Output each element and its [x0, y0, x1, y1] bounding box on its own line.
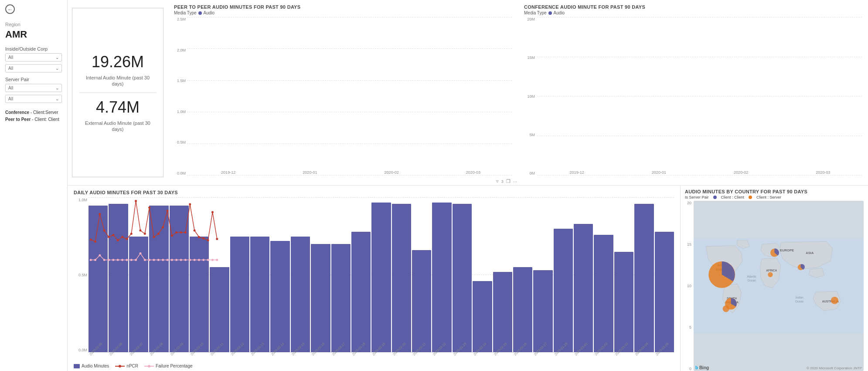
- expand-icon[interactable]: ❐: [506, 179, 511, 184]
- back-button[interactable]: ←: [5, 4, 62, 14]
- daily-y-axis: 0.0M 0.5M 1.0M: [74, 198, 89, 352]
- daily-bar-20: [493, 272, 512, 352]
- legend-npcr: nPCR: [115, 364, 138, 368]
- p2p-legend-label: Audio: [204, 10, 215, 15]
- map-y-axis: 0 5 10 15 20: [685, 201, 694, 371]
- sidebar: ← Region AMR Inside/Outside Corp All ⌄ A…: [0, 0, 68, 371]
- svg-text:Atlantic: Atlantic: [747, 275, 756, 278]
- daily-bar-2: [129, 237, 148, 353]
- map-server-legend: Is Server Pair Client : Client Client : …: [685, 195, 864, 199]
- filter1-chevron: ⌄: [55, 55, 59, 60]
- daily-x-labels: 2020-02-052020-02-062020-02-072020-02-08…: [89, 352, 674, 362]
- daily-bar-14: [371, 203, 391, 352]
- p2p-chart-subtitle: Media Type Audio: [174, 10, 512, 15]
- conf-bar-chart: 0M 5M 10M 15M 20M 2019-12 2020-01: [524, 17, 862, 182]
- conf-legend-dot: [548, 11, 552, 15]
- filter-icon[interactable]: ▿: [496, 179, 499, 184]
- daily-bar-28: [655, 232, 674, 352]
- filter2-all-value: All: [8, 96, 13, 101]
- filter2-select[interactable]: All ⌄: [5, 84, 62, 92]
- p2p-chart-icons: ▿ 3 ❐ ···: [496, 179, 517, 184]
- filter2-all-chevron: ⌄: [55, 96, 59, 101]
- svg-text:Ocean: Ocean: [795, 300, 804, 303]
- region-value: AMR: [5, 29, 62, 40]
- map-client-server-dot: [749, 196, 752, 199]
- svg-point-77: [831, 297, 838, 304]
- daily-bars-area: [89, 198, 674, 352]
- bing-logo: b Bing: [695, 365, 709, 370]
- conf-legend-label: Audio: [554, 10, 565, 15]
- filter2-value: All: [8, 86, 13, 90]
- kpi-value2: 4.74M: [96, 98, 140, 117]
- daily-bar-5: [190, 237, 209, 353]
- daily-bar-16: [412, 250, 431, 352]
- daily-bar-17: [432, 203, 451, 352]
- p2p-chart-title: PEER TO PEER AUDIO MINUTES FOR PAST 90 D…: [174, 4, 512, 10]
- legend-fail-label: Failure Percentage: [156, 364, 193, 368]
- legend-audio-bar: [74, 364, 80, 368]
- filter2-select-all[interactable]: All ⌄: [5, 95, 62, 103]
- dashboard: ← Region AMR Inside/Outside Corp All ⌄ A…: [0, 0, 868, 371]
- p2p-chart-panel: PEER TO PEER AUDIO MINUTES FOR PAST 90 D…: [168, 0, 518, 185]
- daily-bar-15: [392, 204, 411, 352]
- daily-bar-1: [109, 204, 128, 352]
- filter1-label: Inside/Outside Corp: [5, 46, 62, 52]
- daily-legend: Audio Minutes nPCR Failure Percentage: [74, 364, 674, 368]
- daily-bar-24: [574, 224, 593, 352]
- world-map-svg: Atlantic Ocean Indian Ocean NORTH AMERIC…: [694, 201, 864, 371]
- conf-chart-subtitle: Media Type Audio: [524, 10, 862, 15]
- p2p-media-type-label: Media Type: [174, 10, 197, 15]
- legend-conf: Conference: [5, 110, 29, 115]
- p2p-legend-dot: [198, 11, 202, 15]
- filter1-select[interactable]: All ⌄: [5, 53, 62, 62]
- more-icon[interactable]: ···: [513, 179, 517, 184]
- daily-bar-4: [170, 206, 189, 352]
- conf-chart-panel: CONFERENCE AUDIO MINUTE FOR PAST 90 DAYS…: [518, 0, 868, 185]
- p2p-bars-container: 2019-12 2020-01 2020-02 2020-03: [190, 17, 512, 175]
- legend-fail: Failure Percentage: [144, 364, 193, 368]
- daily-bar-27: [634, 204, 654, 352]
- kpi-box: 19.26M Internal Audio Minute (past 30 da…: [72, 8, 163, 177]
- top-right-section: 19.26M Internal Audio Minute (past 30 da…: [68, 0, 868, 186]
- conf-y-axis: 0M 5M 10M 15M 20M: [524, 17, 536, 175]
- svg-text:Ocean: Ocean: [747, 279, 756, 282]
- kpi-value1: 19.26M: [92, 53, 144, 71]
- conf-bars-container: 2019-12 2020-01 2020-02 2020-03: [538, 17, 862, 175]
- legend-npcr-line-icon: [115, 364, 125, 368]
- sidebar-legend: Conference - Client:Server Peer to Peer …: [5, 109, 62, 123]
- p2p-bar-4: 2020-03: [435, 169, 512, 175]
- bottom-row-section: DAILY AUDIO MINUTES FOR PAST 30 DAYS 0.0…: [68, 186, 868, 371]
- filter1-all-value: All: [8, 66, 13, 71]
- daily-bar-10: [291, 237, 310, 353]
- daily-bar-18: [453, 204, 472, 352]
- conf-bar-3: 2020-02: [702, 169, 780, 175]
- daily-chart-title: DAILY AUDIO MINUTES FOR PAST 30 DAYS: [74, 190, 674, 195]
- daily-bar-25: [594, 235, 613, 352]
- region-label: Region: [5, 22, 62, 27]
- svg-text:Indian: Indian: [796, 296, 803, 299]
- p2p-bar-1: 2019-12: [190, 169, 267, 175]
- svg-text:EUROPE: EUROPE: [780, 248, 794, 252]
- kpi-divider: [79, 93, 156, 93]
- conf-media-type-label: Media Type: [524, 10, 547, 15]
- daily-bar-19: [473, 281, 492, 352]
- daily-bar-23: [554, 229, 573, 352]
- filter2-chevron: ⌄: [55, 86, 59, 90]
- map-client-client-dot: [713, 196, 717, 199]
- conf-bar-1: 2019-12: [538, 169, 616, 175]
- legend-audio: Audio Minutes: [74, 364, 109, 368]
- filter-count: 3: [501, 179, 504, 184]
- map-server-pair-label: Is Server Pair: [685, 195, 709, 199]
- daily-bar-6: [210, 267, 229, 352]
- map-copyright: © 2020 Microsoft Corporation JNTP: [807, 366, 862, 370]
- filter1-select-all[interactable]: All ⌄: [5, 64, 62, 72]
- daily-bar-13: [351, 232, 371, 352]
- p2p-bar-chart: 0.0M 0.5M 1.0M 1.5M 2.0M 2.5M 2019-12: [174, 17, 512, 182]
- daily-bar-7: [230, 237, 249, 353]
- map-client-client-label: Client : Client: [721, 195, 745, 199]
- legend-npcr-label: nPCR: [126, 364, 138, 368]
- kpi-desc2: External Audio Minute (past 30 days): [79, 120, 156, 133]
- map-panel: AUDIO MINUTES BY COUNTRY FOR PAST 90 DAY…: [681, 186, 868, 371]
- svg-point-73: [723, 306, 729, 312]
- daily-bar-22: [533, 270, 552, 352]
